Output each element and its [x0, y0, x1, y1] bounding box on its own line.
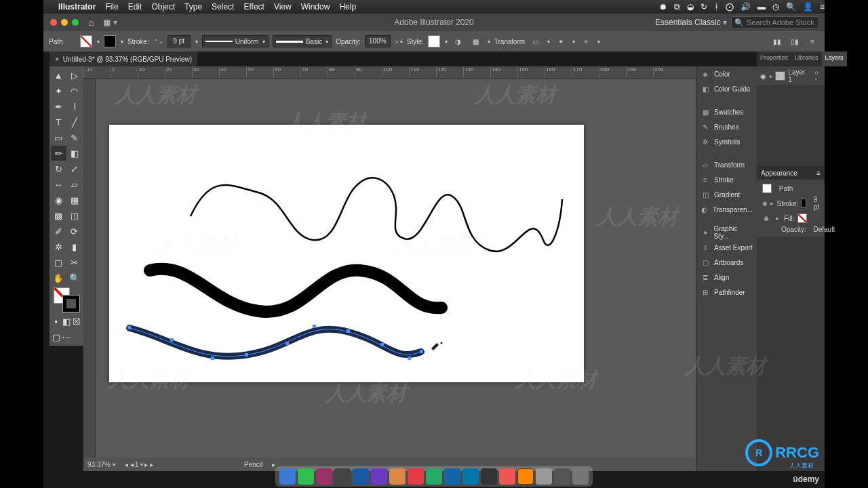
arrange-documents-icon[interactable]: ▦ ▾	[103, 18, 117, 27]
dock-app-icon[interactable]	[426, 468, 442, 485]
stroke-swatch[interactable]	[104, 35, 116, 47]
paintbrush-tool[interactable]: ✎	[67, 130, 83, 145]
recolor-icon[interactable]: ◑	[452, 35, 465, 48]
dock-app-icon[interactable]	[554, 468, 570, 485]
panel-toggle-2-icon[interactable]: ▯▮	[788, 35, 802, 48]
selected-curve-path[interactable]	[130, 328, 421, 357]
type-tool[interactable]: T	[51, 115, 66, 129]
status-nav[interactable]: ▸	[272, 461, 275, 468]
none-mode[interactable]: ☒	[72, 314, 82, 329]
shape-icon[interactable]: ▭	[529, 35, 542, 48]
dock-illustrator-icon[interactable]	[517, 468, 534, 485]
edit-toolbar[interactable]: ⋯	[61, 329, 71, 344]
shape-builder-tool[interactable]: ◉	[51, 192, 66, 207]
variable-width-profile[interactable]: Uniform▾	[202, 35, 269, 47]
layer-name[interactable]: Layer 1	[788, 68, 809, 83]
isolate-icon[interactable]: ✦	[554, 35, 568, 48]
fill-stroke-control[interactable]	[51, 286, 82, 313]
mesh-tool[interactable]: ▩	[51, 208, 66, 223]
magic-wand-tool[interactable]: ✦	[51, 83, 66, 98]
wifi-icon[interactable]: ⨀	[726, 2, 734, 12]
width-tool[interactable]: ↔	[51, 177, 66, 192]
menu-type[interactable]: Type	[184, 2, 202, 12]
dock-app-icon[interactable]	[298, 468, 314, 485]
dock-panel-symbols[interactable]: ✲Symbols	[696, 134, 757, 149]
align-icon[interactable]: ▦	[469, 35, 483, 48]
appearance-panel-header[interactable]: Appearance≡	[757, 167, 825, 180]
dock-panel-color[interactable]: ◈Color	[696, 66, 757, 81]
dock-panel-align[interactable]: ≣Align	[696, 270, 757, 285]
opacity-dropdown[interactable]: > ▾	[395, 39, 403, 45]
expand-icon[interactable]: ▸	[770, 73, 772, 79]
opacity-field[interactable]: 100%	[365, 35, 391, 47]
slice-tool[interactable]: ✂	[67, 255, 83, 270]
gradient-mode[interactable]: ◧	[61, 314, 71, 329]
stock-search[interactable]: 🔍 Search Adobe Stock	[731, 16, 819, 28]
selection-tool[interactable]: ▲	[51, 68, 66, 83]
curvature-tool[interactable]: ⌇	[67, 99, 83, 114]
dock-panel-swatches[interactable]: ▦Swatches	[696, 104, 757, 119]
app-menu[interactable]: Illustrator	[58, 2, 96, 12]
stroke-box[interactable]	[63, 296, 79, 312]
target-icon[interactable]: ○ ▫	[815, 69, 822, 83]
dock-trash-icon[interactable]	[572, 468, 589, 485]
artboard[interactable]	[109, 125, 584, 382]
clock-icon[interactable]: ◷	[772, 2, 779, 12]
bluetooth-icon[interactable]: ᚼ	[714, 2, 719, 12]
dropbox-icon[interactable]: ⧉	[674, 2, 680, 12]
symbol-sprayer-tool[interactable]: ✲	[51, 239, 66, 254]
direct-selection-tool[interactable]: ▷	[67, 68, 83, 83]
gradient-tool[interactable]: ◫	[67, 208, 83, 223]
dock-panel-pathfinder[interactable]: ⊞Pathfinder	[696, 285, 757, 300]
menu-select[interactable]: Select	[212, 2, 234, 12]
rectangle-tool[interactable]: ▭	[51, 130, 66, 145]
menu-object[interactable]: Object	[151, 2, 175, 12]
status-record-icon[interactable]: ⏺	[659, 2, 667, 12]
dock-app-icon[interactable]	[389, 468, 406, 485]
stroke-weight-stepper[interactable]: ⌃⌄	[154, 39, 163, 45]
appearance-opacity-row[interactable]: Opacity: Default	[760, 224, 822, 235]
rotate-tool[interactable]: ↻	[51, 161, 66, 176]
screen-mode[interactable]: ▢	[51, 329, 61, 344]
line-tool[interactable]: ╱	[67, 115, 83, 129]
dock-app-icon[interactable]	[316, 468, 332, 485]
visibility-icon[interactable]: ◉	[760, 73, 767, 80]
color-mode[interactable]: ▪	[51, 314, 61, 329]
brush-definition[interactable]: Basic▾	[273, 35, 332, 47]
dock-app-icon[interactable]	[444, 468, 460, 485]
preferences-icon[interactable]: ✧	[579, 35, 593, 48]
dock-app-icon[interactable]	[462, 468, 479, 485]
scale-tool[interactable]: ⤢	[67, 161, 83, 176]
pencil-tool[interactable]: ✏	[51, 146, 66, 161]
dock-finder-icon[interactable]	[279, 468, 296, 485]
thick-curve-path[interactable]	[150, 269, 441, 312]
stroke-weight-field[interactable]: 9 pt	[167, 35, 191, 47]
tab-layers[interactable]: Layers	[822, 52, 847, 66]
eraser-tool[interactable]: ◧	[67, 146, 83, 161]
document-tab[interactable]: × Untitled-3* @ 93.37% (RGB/GPU Preview)	[50, 52, 197, 66]
canvas[interactable]	[96, 79, 696, 458]
battery-icon[interactable]: ▬	[757, 2, 766, 12]
layer-row[interactable]: ◉ ▸ Layer 1 ○ ▫	[760, 69, 822, 83]
dock-panel-gradient[interactable]: ◫Gradient	[696, 187, 757, 202]
menu-view[interactable]: View	[274, 2, 292, 12]
close-tab-icon[interactable]: ×	[55, 56, 59, 63]
panel-toggle-1-icon[interactable]: ▮▮	[770, 35, 784, 48]
dock-app-icon[interactable]	[371, 468, 387, 485]
menu-help[interactable]: Help	[339, 2, 356, 12]
menu-file[interactable]: File	[105, 2, 118, 12]
dock-panel-graphic-sty-[interactable]: ✦Graphic Sty...	[696, 225, 757, 240]
dock-panel-artboards[interactable]: ▢Artboards	[696, 255, 757, 270]
perspective-tool[interactable]: ▦	[67, 192, 83, 207]
user-icon[interactable]: 👤	[803, 2, 813, 12]
dock-app-icon[interactable]	[408, 468, 424, 485]
panel-menu-icon[interactable]: ≡	[816, 169, 821, 177]
dock-panel-transparen-[interactable]: ◐Transparen...	[696, 202, 757, 217]
menu-window[interactable]: Window	[301, 2, 330, 12]
thin-curve-path[interactable]	[191, 178, 562, 251]
graphic-style-swatch[interactable]	[428, 35, 440, 47]
vertical-ruler[interactable]	[83, 79, 96, 458]
dock-panel-color-guide[interactable]: ◧Color Guide	[696, 81, 757, 96]
dock-app-icon[interactable]	[536, 468, 552, 485]
workspace-switcher[interactable]: Essentials Classic ▾	[655, 18, 727, 27]
